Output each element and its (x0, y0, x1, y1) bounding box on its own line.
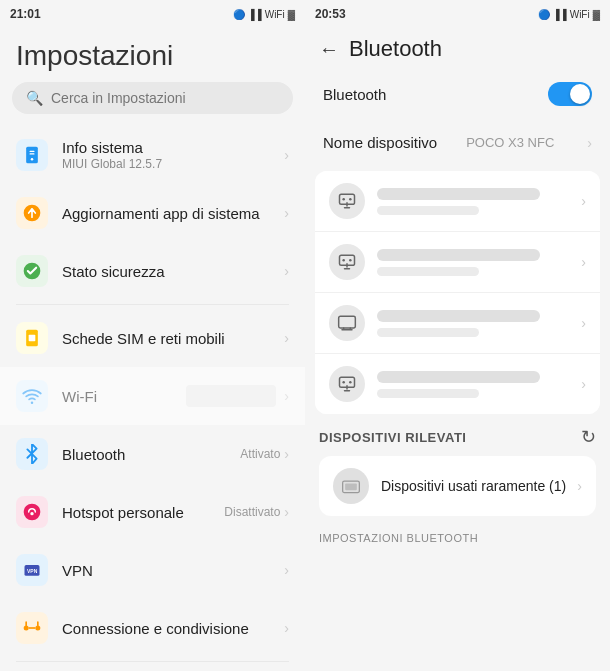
bluetooth-content: Bluetooth Nome dispositivo POCO X3 NFC ›… (305, 68, 610, 671)
stato-sicurezza-content: Stato sicurezza (62, 263, 284, 280)
paired-devices-list: › › › (315, 171, 600, 414)
paired-device-3-name-bar (377, 310, 540, 322)
device-name-label: Nome dispositivo (323, 134, 437, 151)
settings-item-vpn[interactable]: VPN VPN › (0, 541, 305, 599)
settings-item-aggiornamenti[interactable]: Aggiornamenti app di sistema › (0, 184, 305, 242)
aggiornamenti-label: Aggiornamenti app di sistema (62, 205, 284, 222)
schede-sim-icon (16, 322, 48, 354)
bluetooth-panel: 20:53 🔵 ▐▐ WiFi ▓ ← Bluetooth Bluetooth … (305, 0, 610, 671)
bt-settings-label: IMPOSTAZIONI BLUETOOTH (305, 522, 610, 546)
discovered-header: DISPOSITIVI RILEVATI ↻ (319, 426, 596, 448)
svg-point-20 (349, 259, 352, 262)
battery-status-icon: ▓ (593, 9, 600, 20)
wifi-status-bar (186, 385, 276, 407)
search-icon: 🔍 (26, 90, 43, 106)
paired-device-4-name-bar (377, 371, 540, 383)
paired-device-3-info (377, 310, 581, 337)
divider-2 (16, 661, 289, 662)
paired-device-3[interactable]: › (315, 293, 600, 354)
bluetooth-icon (16, 438, 48, 470)
settings-item-schermata-blocco[interactable]: Schermata di blocco › (0, 666, 305, 671)
device-name-row[interactable]: Nome dispositivo POCO X3 NFC › (305, 120, 610, 165)
svg-rect-2 (30, 151, 35, 152)
paired-device-4-chevron: › (581, 376, 586, 392)
svg-point-23 (349, 381, 352, 384)
back-button[interactable]: ← (319, 38, 339, 61)
wifi-chevron: › (284, 388, 289, 404)
connessione-icon (16, 612, 48, 644)
device-name-value: POCO X3 NFC (466, 135, 554, 150)
paired-device-3-icon (329, 305, 365, 341)
paired-device-2-chevron: › (581, 254, 586, 270)
schede-sim-chevron: › (284, 330, 289, 346)
time-left: 21:01 (10, 7, 41, 21)
bluetooth-label: Bluetooth (62, 446, 240, 463)
bluetooth-content: Bluetooth (62, 446, 240, 463)
status-bar-right: 20:53 🔵 ▐▐ WiFi ▓ (305, 0, 610, 28)
search-input[interactable] (51, 90, 279, 106)
discovered-section: DISPOSITIVI RILEVATI ↻ Dispositivi usati… (305, 426, 610, 516)
paired-device-2-info (377, 249, 581, 276)
device-name-chevron: › (587, 135, 592, 151)
bluetooth-toggle-row: Bluetooth (305, 68, 610, 120)
paired-device-1-chevron: › (581, 193, 586, 209)
settings-list: Info sistema MIUI Global 12.5.7 › Aggior… (0, 126, 305, 671)
svg-rect-3 (30, 153, 35, 154)
search-bar[interactable]: 🔍 (12, 82, 293, 114)
svg-rect-21 (339, 316, 356, 328)
info-sistema-label: Info sistema (62, 139, 284, 156)
wifi-icon-item (16, 380, 48, 412)
signal-status-icon: ▐▐ (553, 9, 567, 20)
hotspot-meta: Disattivato (224, 505, 280, 519)
hotspot-icon (16, 496, 48, 528)
info-sistema-meta: MIUI Global 12.5.7 (62, 157, 284, 171)
discovered-item-1[interactable]: Dispositivi usati raramente (1) › (319, 456, 596, 516)
paired-device-3-sub-bar (377, 328, 479, 337)
discovered-item-1-icon (333, 468, 369, 504)
aggiornamenti-chevron: › (284, 205, 289, 221)
connessione-content: Connessione e condivisione (62, 620, 284, 637)
paired-device-4[interactable]: › (315, 354, 600, 414)
paired-device-2-sub-bar (377, 267, 479, 276)
paired-device-4-sub-bar (377, 389, 479, 398)
bluetooth-toggle[interactable] (548, 82, 592, 106)
svg-point-8 (31, 401, 34, 404)
svg-point-1 (31, 158, 34, 161)
paired-device-3-chevron: › (581, 315, 586, 331)
stato-sicurezza-label: Stato sicurezza (62, 263, 284, 280)
vpn-icon: VPN (16, 554, 48, 586)
divider-1 (16, 304, 289, 305)
status-icons-left: 🔵 ▐▐ WiFi ▓ (233, 9, 295, 20)
refresh-icon[interactable]: ↻ (581, 426, 596, 448)
settings-item-schede-sim[interactable]: Schede SIM e reti mobili › (0, 309, 305, 367)
connessione-chevron: › (284, 620, 289, 636)
paired-device-1-name-bar (377, 188, 540, 200)
hotspot-content: Hotspot personale (62, 504, 224, 521)
wifi-status-icon: WiFi (570, 9, 590, 20)
bluetooth-page-title: Bluetooth (349, 36, 442, 62)
settings-item-connessione[interactable]: Connessione e condivisione › (0, 599, 305, 657)
paired-device-1-info (377, 188, 581, 215)
vpn-content: VPN (62, 562, 284, 579)
paired-device-4-info (377, 371, 581, 398)
bluetooth-chevron: › (284, 446, 289, 462)
settings-item-info-sistema[interactable]: Info sistema MIUI Global 12.5.7 › (0, 126, 305, 184)
info-sistema-content: Info sistema MIUI Global 12.5.7 (62, 139, 284, 171)
settings-item-bluetooth[interactable]: Bluetooth Attivato › (0, 425, 305, 483)
settings-item-hotspot[interactable]: Hotspot personale Disattivato › (0, 483, 305, 541)
schede-sim-label: Schede SIM e reti mobili (62, 330, 284, 347)
status-bar-left: 21:01 🔵 ▐▐ WiFi ▓ (0, 0, 305, 28)
paired-device-2[interactable]: › (315, 232, 600, 293)
discovered-item-1-chevron: › (577, 478, 582, 494)
discovered-item-1-label: Dispositivi usati raramente (1) (381, 478, 577, 494)
aggiornamenti-content: Aggiornamenti app di sistema (62, 205, 284, 222)
settings-item-wifi[interactable]: Wi-Fi › (0, 367, 305, 425)
paired-device-1[interactable]: › (315, 171, 600, 232)
settings-item-stato-sicurezza[interactable]: Stato sicurezza › (0, 242, 305, 300)
svg-rect-0 (26, 147, 38, 164)
settings-panel: 21:01 🔵 ▐▐ WiFi ▓ Impostazioni 🔍 Info si… (0, 0, 305, 671)
bt-icon: 🔵 (233, 9, 245, 20)
bluetooth-meta: Attivato (240, 447, 280, 461)
paired-device-1-sub-bar (377, 206, 479, 215)
battery-icon: ▓ (288, 9, 295, 20)
